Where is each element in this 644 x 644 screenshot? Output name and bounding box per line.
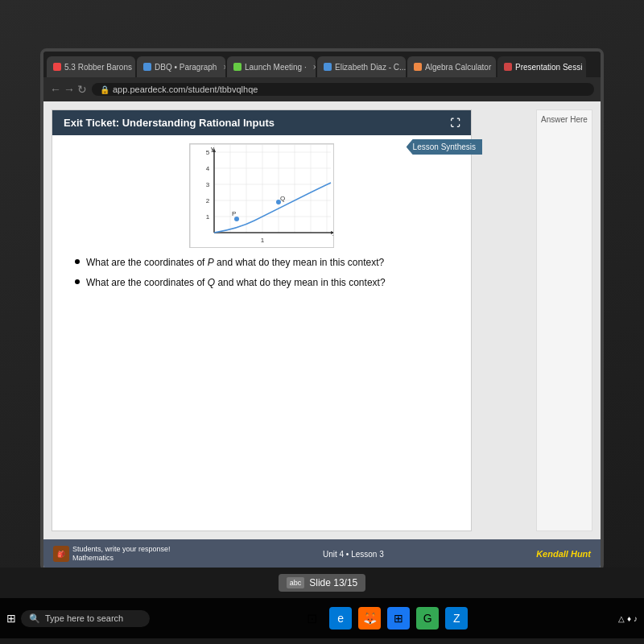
tab-2[interactable]: DBQ • Paragraph × xyxy=(137,56,225,77)
slide-badge: abc Slide 13/15 xyxy=(279,574,366,592)
expand-icon[interactable]: ⛶ xyxy=(450,118,460,129)
tab-2-close[interactable]: × xyxy=(223,63,225,72)
taskbar-center: ⊡ e 🦊 ⊞ G Z xyxy=(155,607,613,630)
bullet-points: What are the coordinates of P and what d… xyxy=(67,256,456,290)
tab-1-icon xyxy=(53,63,61,71)
kendall-hunt-label: Kendall Hunt xyxy=(536,549,591,559)
answer-placeholder-text: Answer Here xyxy=(541,115,588,124)
svg-text:y: y xyxy=(211,145,214,152)
tab-6[interactable]: Presentation Sessi × xyxy=(497,56,586,77)
desktop: 5.3 Robber Barons × DBQ • Paragraph × La… xyxy=(0,0,644,644)
svg-text:1: 1 xyxy=(206,213,210,221)
bullet-item-1: What are the coordinates of P and what d… xyxy=(75,256,456,270)
nav-buttons: ← → ↻ xyxy=(50,83,87,96)
svg-text:1: 1 xyxy=(261,237,265,244)
tab-3-close[interactable]: × xyxy=(313,63,316,72)
url-bar[interactable]: 🔒 app.peardeck.com/student/tbbvqlhqe xyxy=(92,83,594,96)
tab-5-label: Algebra Calculator xyxy=(425,63,491,72)
tab-3-label: Launch Meeting · xyxy=(245,63,307,72)
bullet-dot-2 xyxy=(75,279,80,284)
tab-1-label: 5.3 Robber Barons xyxy=(64,63,132,72)
taskbar-icon-view[interactable]: ⊡ xyxy=(300,607,323,630)
student-text: Students, write your response! xyxy=(72,545,171,554)
tab-5[interactable]: Algebra Calculator × xyxy=(407,56,496,77)
laptop-screen: 5.3 Robber Barons × DBQ • Paragraph × La… xyxy=(40,48,604,572)
back-button[interactable]: ← xyxy=(50,83,61,96)
slide-indicator: abc Slide 13/15 xyxy=(0,568,644,598)
tab-4-icon xyxy=(324,63,332,71)
address-bar: ← → ↻ 🔒 app.peardeck.com/student/tbbvqlh… xyxy=(43,77,601,101)
slide-indicator-text: Slide 13/15 xyxy=(309,577,357,588)
coordinate-graph: 5 4 3 2 1 1 y x xyxy=(189,143,334,248)
windows-start-button[interactable]: ⊞ xyxy=(6,612,16,625)
unit-lesson-text: Unit 4 • Lesson 3 xyxy=(323,550,384,559)
tab-bar: 5.3 Robber Barons × DBQ • Paragraph × La… xyxy=(43,52,601,77)
tab-6-label: Presentation Sessi xyxy=(515,63,582,72)
search-placeholder: Type here to search xyxy=(45,613,123,623)
reload-button[interactable]: ↻ xyxy=(77,83,87,96)
bottom-text: Students, write your response! Mathemati… xyxy=(72,545,171,563)
tab-2-label: DBQ • Paragraph xyxy=(155,63,217,72)
taskbar-icon-google[interactable]: G xyxy=(416,607,439,630)
taskbar-icon-edge[interactable]: e xyxy=(329,607,352,630)
bullet-text-2: What are the coordinates of Q and what d… xyxy=(86,276,386,290)
bottom-logo: 🎒 Students, write your response! Mathema… xyxy=(53,545,171,563)
slide-title: Exit Ticket: Understanding Rational Inpu… xyxy=(64,117,275,129)
browser-chrome: 5.3 Robber Barons × DBQ • Paragraph × La… xyxy=(43,52,601,101)
bullet-item-2: What are the coordinates of Q and what d… xyxy=(75,276,456,290)
tab-5-icon xyxy=(414,63,422,71)
lock-icon: 🔒 xyxy=(100,85,109,94)
url-text: app.peardeck.com/student/tbbvqlhqe xyxy=(113,85,258,94)
tab-3-icon xyxy=(233,63,242,71)
taskbar-clock: △ ♦ ♪ xyxy=(618,614,638,623)
answer-panel[interactable]: Answer Here xyxy=(536,109,592,531)
taskbar-icon-windows[interactable]: ⊞ xyxy=(387,607,410,630)
browser-content: Exit Ticket: Understanding Rational Inpu… xyxy=(43,101,601,568)
slide-title-bar: Exit Ticket: Understanding Rational Inpu… xyxy=(52,110,471,135)
bullet-dot-1 xyxy=(75,259,80,264)
svg-text:3: 3 xyxy=(206,181,210,188)
tab-4[interactable]: Elizabeth Diaz - C... × xyxy=(317,56,406,77)
lesson-synthesis-badge: Lesson Synthesis xyxy=(407,139,482,155)
svg-text:P: P xyxy=(232,210,236,217)
svg-text:4: 4 xyxy=(206,165,210,172)
abc-badge: abc xyxy=(287,577,305,588)
taskbar-area: abc Slide 13/15 ⊞ 🔍 Type here to search … xyxy=(0,568,644,644)
svg-text:2: 2 xyxy=(206,197,210,204)
lesson-synthesis-text: Lesson Synthesis xyxy=(413,142,476,151)
tab-2-icon xyxy=(143,63,151,71)
svg-text:5: 5 xyxy=(206,149,210,156)
bottom-bar: 🎒 Students, write your response! Mathema… xyxy=(43,539,601,568)
forward-button[interactable]: → xyxy=(64,83,75,96)
tab-3[interactable]: Launch Meeting · × xyxy=(227,56,316,77)
main-slide: Exit Ticket: Understanding Rational Inpu… xyxy=(52,109,472,531)
tab-1[interactable]: 5.3 Robber Barons × xyxy=(47,56,135,77)
taskbar-right: △ ♦ ♪ xyxy=(618,614,638,623)
svg-text:x: x xyxy=(332,230,334,237)
bullet-text-1: What are the coordinates of P and what d… xyxy=(86,256,384,270)
taskbar-icon-firefox[interactable]: 🦊 xyxy=(358,607,381,630)
tab-4-label: Elizabeth Diaz - C... xyxy=(335,63,406,72)
graph-container: 5 4 3 2 1 1 y x xyxy=(67,143,456,248)
windows-taskbar: ⊞ 🔍 Type here to search ⊡ e 🦊 ⊞ G xyxy=(0,598,644,638)
search-icon: 🔍 xyxy=(29,613,40,624)
slide-area: Exit Ticket: Understanding Rational Inpu… xyxy=(43,101,601,539)
tab-6-icon xyxy=(504,63,512,71)
bottom-center: Unit 4 • Lesson 3 xyxy=(179,550,529,559)
logo-bag-icon: 🎒 xyxy=(53,546,69,562)
math-label: Mathematics xyxy=(72,554,171,563)
windows-search-bar[interactable]: 🔍 Type here to search xyxy=(21,610,150,627)
taskbar-icon-zoom[interactable]: Z xyxy=(445,607,468,630)
svg-text:Q: Q xyxy=(280,195,285,202)
